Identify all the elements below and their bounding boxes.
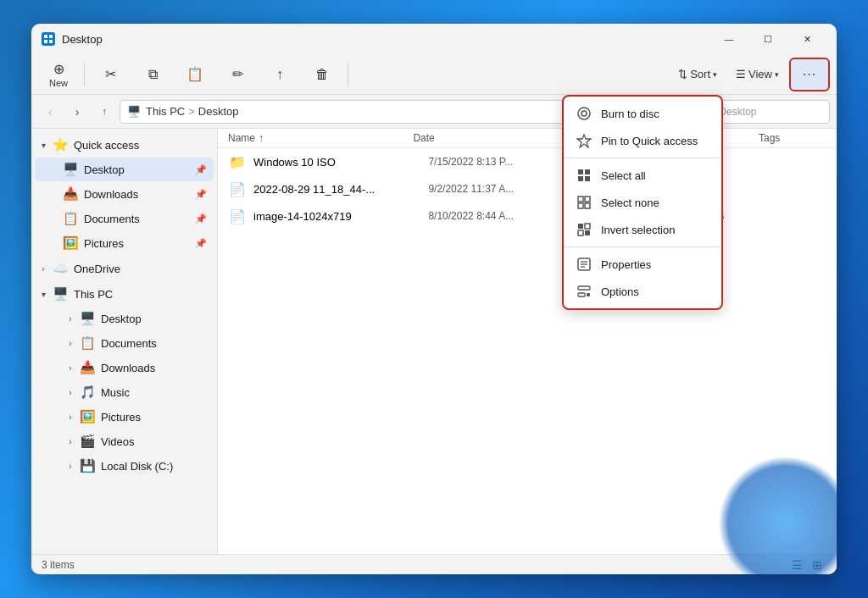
list-view-button[interactable]: ☰ [787, 556, 806, 574]
file-row-1[interactable]: 📄 2022-08-29 11_18_44-... 9/2/2022 11:37… [218, 175, 837, 202]
pin-icon-2: 📌 [195, 189, 207, 200]
menu-item-options[interactable]: Options [564, 278, 721, 305]
sidebar-item-desktop[interactable]: 🖥️ Desktop 📌 [35, 158, 214, 181]
menu-properties-label: Properties [601, 258, 651, 271]
downloads-icon: 📥 [62, 185, 79, 202]
this-pc-expand-icon: ▾ [35, 285, 52, 302]
invert-selection-icon [576, 221, 593, 238]
copy-button[interactable]: ⧉ [132, 58, 173, 91]
sidebar-this-pc-header[interactable]: ▾ 🖥️ This PC [35, 282, 214, 306]
documents-icon: 📋 [62, 210, 79, 227]
sort-icon: ⇅ [678, 68, 687, 80]
sidebar-onedrive-label: OneDrive [74, 263, 120, 275]
menu-item-pin[interactable]: Pin to Quick access [564, 127, 721, 154]
file-icon-2: 📄 [228, 207, 247, 225]
menu-item-burn[interactable]: Burn to disc [564, 100, 721, 127]
onedrive-chevron-icon: › [35, 260, 52, 277]
sort-label: Sort [690, 68, 710, 80]
paste-button[interactable]: 📋 [175, 58, 215, 91]
sidebar-this-pc-desktop[interactable]: › 🖥️ Desktop [35, 307, 214, 330]
sidebar-this-pc-music[interactable]: › 🎵 Music [35, 380, 214, 404]
sidebar-downloads-label: Downloads [84, 188, 138, 201]
delete-icon: 🗑 [315, 67, 329, 82]
menu-invert-label: Invert selection [601, 224, 675, 236]
sort-button[interactable]: ⇅ Sort ▾ [670, 58, 726, 91]
music-chevron-icon: › [62, 384, 79, 401]
minimize-button[interactable]: — [709, 25, 748, 53]
column-header-name[interactable]: Name ↑ [228, 132, 413, 144]
new-label: New [49, 78, 68, 88]
forward-button[interactable]: › [65, 100, 89, 124]
menu-item-properties[interactable]: Properties [564, 251, 721, 278]
rename-button[interactable]: ✏ [217, 58, 258, 91]
sidebar-item-documents[interactable]: 📋 Documents 📌 [35, 207, 214, 230]
documents2-icon: 📋 [79, 335, 96, 352]
sidebar-documents2-label: Documents [101, 337, 157, 350]
svg-rect-16 [585, 224, 590, 229]
close-button[interactable]: ✕ [787, 25, 826, 53]
sidebar-quick-access-header[interactable]: ▾ ⭐ Quick access [35, 133, 214, 157]
delete-button[interactable]: 🗑 [302, 58, 342, 91]
documents2-chevron-icon: › [62, 335, 79, 352]
sidebar-localc-label: Local Disk (C:) [101, 460, 173, 473]
properties-icon [576, 256, 593, 273]
svg-point-5 [581, 111, 587, 116]
burn-icon [576, 105, 593, 122]
cut-button[interactable]: ✂ [90, 58, 131, 91]
sidebar-music-label: Music [101, 386, 130, 399]
sidebar: ▾ ⭐ Quick access 🖥️ Desktop 📌 📥 Download… [31, 129, 218, 554]
sidebar-documents-label: Documents [84, 213, 140, 225]
select-none-icon [576, 194, 593, 211]
file-icon-0: 📁 [228, 152, 247, 171]
sidebar-onedrive[interactable]: › ☁️ OneDrive [35, 257, 214, 280]
svg-rect-15 [578, 224, 583, 229]
sidebar-this-pc-pictures[interactable]: › 🖼️ Pictures [35, 405, 214, 429]
sidebar-videos-label: Videos [101, 435, 135, 448]
view-button[interactable]: ☰ View ▾ [727, 58, 787, 91]
new-button[interactable]: ⊕ New [38, 58, 79, 91]
share-button[interactable]: ↑ [259, 58, 300, 91]
menu-item-selectnone[interactable]: Select none [564, 189, 721, 216]
sidebar-this-pc-videos[interactable]: › 🎬 Videos [35, 429, 214, 453]
sidebar-this-pc-documents[interactable]: › 📋 Documents [35, 331, 214, 355]
svg-rect-10 [585, 176, 590, 181]
dropdown-menu: Burn to disc Pin to Quick access Select … [562, 95, 723, 310]
desktop-label[interactable]: Desktop [198, 105, 239, 118]
paste-icon: 📋 [186, 66, 203, 82]
new-icon: ⊕ [53, 61, 64, 77]
sidebar-item-downloads[interactable]: 📥 Downloads 📌 [35, 182, 214, 206]
onedrive-icon: ☁️ [52, 260, 69, 277]
svg-point-4 [578, 108, 590, 119]
more-button[interactable]: ··· [789, 58, 830, 91]
svg-rect-18 [585, 230, 590, 235]
maximize-button[interactable]: ☐ [748, 25, 787, 53]
file-explorer-window: Desktop — ☐ ✕ ⊕ New ✂ ⧉ 📋 ✏ ↑ 🗑 [31, 24, 837, 574]
sidebar-item-pictures[interactable]: 🖼️ Pictures 📌 [35, 231, 214, 255]
options-icon [576, 283, 593, 300]
status-bar: 3 items ☰ ⊞ [31, 554, 837, 574]
more-label: ··· [803, 67, 816, 82]
column-header-tags[interactable]: Tags [759, 132, 826, 144]
pictures2-icon: 🖼️ [79, 408, 96, 425]
file-row-0[interactable]: 📁 Windows 10 ISO 7/15/2022 8:13 P... [218, 148, 837, 175]
sidebar-this-pc-localc[interactable]: › 💾 Local Disk (C:) [35, 454, 214, 478]
desktop2-icon: 🖥️ [79, 310, 96, 327]
menu-divider-2 [564, 246, 721, 247]
svg-rect-24 [578, 293, 585, 296]
file-row-2[interactable]: 📄 image-14-1024x719 8/10/2022 8:44 A... … [218, 202, 837, 230]
menu-item-selectall[interactable]: Select all [564, 162, 721, 189]
view-chevron-icon: ▾ [775, 70, 779, 79]
this-pc-label[interactable]: This PC [146, 105, 185, 118]
menu-item-invert[interactable]: Invert selection [564, 216, 721, 243]
up-button[interactable]: ↑ [92, 100, 116, 124]
svg-rect-0 [44, 35, 47, 38]
file-name-1: 2022-08-29 11_18_44-... [253, 183, 428, 196]
back-button[interactable]: ‹ [38, 100, 62, 124]
svg-rect-3 [49, 40, 53, 43]
sort-chevron-icon: ▾ [713, 70, 717, 79]
sidebar-this-pc-downloads[interactable]: › 📥 Downloads [35, 356, 214, 379]
grid-view-button[interactable]: ⊞ [808, 556, 826, 574]
quick-access-star-icon: ⭐ [52, 136, 69, 153]
window-controls: — ☐ ✕ [709, 25, 826, 53]
view-controls: ☰ ⊞ [787, 556, 826, 574]
